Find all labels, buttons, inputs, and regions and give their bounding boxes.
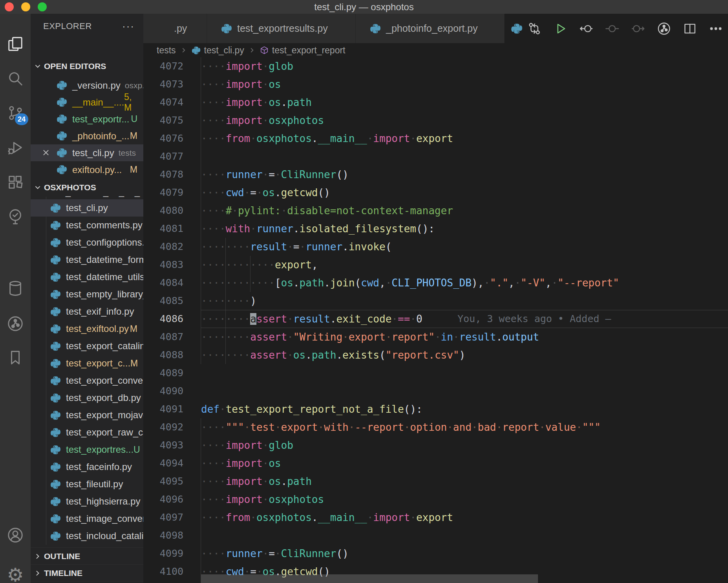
code-line[interactable]: 4086········assert·result.exit_code·==·0… (143, 310, 728, 328)
sidebar-more-actions-icon[interactable]: ··· (122, 20, 135, 33)
file-tree-item[interactable]: test_empty_library_... (31, 286, 143, 303)
line-number[interactable]: 4078 (143, 166, 201, 184)
line-number[interactable]: 4074 (143, 93, 201, 111)
code-line-content[interactable]: ····cwd·=·os.getcwd() (201, 184, 728, 202)
code-line-content[interactable]: ····from·osxphotos.__main__·import·expor… (201, 508, 728, 527)
open-editor-item[interactable]: exiftool.py...M (31, 161, 143, 178)
search-icon[interactable] (5, 69, 25, 88)
breadcrumb-item[interactable]: tests (157, 45, 176, 56)
code-line[interactable]: 4076····from·osxphotos.__main__·import·e… (143, 129, 728, 148)
line-number[interactable]: 4080 (143, 202, 201, 220)
navigate-back-icon[interactable] (579, 21, 594, 36)
code-line-content[interactable]: ····from·osxphotos.__main__·import·expor… (201, 129, 728, 148)
line-number[interactable]: 4095 (143, 472, 201, 490)
code-line-content[interactable]: ····import·glob (201, 57, 728, 75)
line-number[interactable]: 4085 (143, 292, 201, 310)
code-line-content[interactable]: ····runner·=·CliRunner() (201, 545, 728, 563)
line-number[interactable]: 4072 (143, 57, 201, 75)
code-line[interactable]: 4090 (143, 382, 728, 400)
horizontal-scrollbar[interactable] (201, 574, 538, 583)
settings-gear-icon[interactable]: ⚙ (5, 565, 25, 583)
line-number[interactable]: 4097 (143, 508, 201, 527)
code-line-content[interactable]: ····import·os.path (201, 472, 728, 490)
run-debug-icon[interactable] (5, 138, 25, 157)
line-number[interactable]: 4079 (143, 184, 201, 202)
breadcrumb-item[interactable]: test_cli.py (192, 45, 244, 56)
open-editor-item[interactable]: test_exportr...U (31, 111, 143, 128)
outline-section-header[interactable]: OUTLINE (31, 547, 143, 565)
file-tree-item[interactable]: test_fileutil.py (31, 476, 143, 493)
line-number[interactable]: 4088 (143, 346, 201, 364)
open-editor-item[interactable]: __main__....5, M (31, 94, 143, 111)
code-line[interactable]: 4078····runner·=·CliRunner() (143, 166, 728, 184)
open-editors-header[interactable]: OPEN EDITORS (31, 58, 143, 75)
tab[interactable]: test_exportresults.py (207, 14, 356, 43)
gitlens-icon[interactable] (5, 314, 25, 333)
tab-active[interactable] (505, 14, 728, 43)
file-tree-item[interactable]: test_exif_info.py (31, 303, 143, 320)
zoom-window-button[interactable] (38, 2, 47, 11)
gitlens-graph-icon[interactable] (657, 21, 671, 36)
file-tree-item[interactable]: test_cli.py (31, 199, 143, 217)
code-line[interactable]: 4083············export, (143, 256, 728, 274)
line-number[interactable]: 4082 (143, 238, 201, 256)
code-line-content[interactable]: ········assert·"Writing·export·report"·i… (201, 328, 728, 346)
extensions-icon[interactable] (5, 172, 25, 192)
line-number[interactable]: 4076 (143, 129, 201, 148)
compare-changes-icon[interactable] (527, 21, 542, 36)
timeline-section-header[interactable]: TIMELINE (31, 564, 143, 581)
code-line-content[interactable]: ····import·osxphotos (201, 490, 728, 508)
navigate-current-icon[interactable] (605, 21, 620, 36)
code-line-content[interactable]: ····import·os (201, 75, 728, 93)
line-number[interactable]: 4084 (143, 274, 201, 292)
line-number[interactable]: 4090 (143, 382, 201, 400)
line-number[interactable]: 4077 (143, 148, 201, 166)
file-tree-item[interactable]: test_highsierra.py (31, 493, 143, 510)
file-tree-item[interactable]: test_exiftool.pyM (31, 320, 143, 337)
file-tree-item[interactable]: test_export_mojave... (31, 406, 143, 424)
file-tree-item[interactable]: test_exportres...U (31, 441, 143, 458)
code-line-content[interactable]: ····import·os (201, 454, 728, 472)
code-editor[interactable]: 4072····import·glob4073····import·os4074… (143, 57, 728, 583)
close-icon[interactable] (42, 148, 50, 157)
code-line[interactable]: 4074····import·os.path (143, 93, 728, 111)
code-line[interactable]: 4094····import·os (143, 454, 728, 472)
tab[interactable]: _photoinfo_export.py (356, 14, 505, 43)
code-line[interactable]: 4079····cwd·=·os.getcwd() (143, 184, 728, 202)
file-tree-item[interactable]: test_comments.py (31, 217, 143, 234)
code-line-content[interactable]: ····import·os.path (201, 93, 728, 111)
navigate-forward-icon[interactable] (631, 21, 646, 36)
line-number[interactable]: 4089 (143, 364, 201, 382)
code-line-content[interactable]: ········result·=·runner.invoke( (201, 238, 728, 256)
folder-section-header[interactable]: OSXPHOTOS (31, 179, 143, 196)
code-line-content[interactable]: ············[os.path.join(cwd,·CLI_PHOTO… (201, 274, 728, 292)
code-line-content[interactable]: ········assert·os.path.exists("report.cs… (201, 346, 728, 364)
code-line[interactable]: 4080····#·pylint:·disable=not-context-ma… (143, 202, 728, 220)
line-number[interactable]: 4100 (143, 563, 201, 581)
code-line[interactable]: 4089 (143, 364, 728, 382)
code-line-content[interactable] (201, 527, 728, 545)
minimize-window-button[interactable] (21, 2, 30, 11)
close-window-button[interactable] (5, 2, 14, 11)
run-python-file-icon[interactable] (553, 21, 568, 36)
file-tree-item[interactable]: test_configoptions.... (31, 234, 143, 251)
code-line-content[interactable]: ····import·glob (201, 436, 728, 454)
bookmarks-icon[interactable] (5, 348, 25, 368)
code-line-content[interactable]: ············export, (201, 256, 728, 274)
file-tree-item[interactable]: test_export_db.py (31, 389, 143, 406)
code-line-content[interactable]: ········) (201, 292, 728, 310)
code-line[interactable]: 4093····import·glob (143, 436, 728, 454)
code-line[interactable]: 4077 (143, 148, 728, 166)
code-line-content[interactable]: ····runner·=·CliRunner() (201, 166, 728, 184)
code-line[interactable]: 4099····runner·=·CliRunner() (143, 545, 728, 563)
code-line-content[interactable] (201, 382, 728, 400)
code-line-content[interactable]: ····import·osxphotos (201, 111, 728, 129)
code-line-content[interactable]: ····"""·test·export·with·--report·option… (201, 418, 728, 436)
file-tree-item[interactable]: test_export_c...M (31, 355, 143, 372)
line-number[interactable]: 4094 (143, 454, 201, 472)
line-number[interactable]: 4099 (143, 545, 201, 563)
code-line[interactable]: 4075····import·osxphotos (143, 111, 728, 129)
open-editor-item[interactable]: _photoinfo_...M (31, 128, 143, 144)
file-tree-item[interactable]: test_datetime_form... (31, 251, 143, 268)
line-number[interactable]: 4083 (143, 256, 201, 274)
